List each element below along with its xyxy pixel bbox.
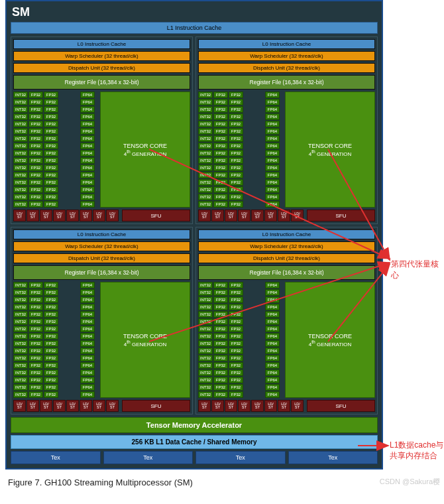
int32-core: INT32 [13, 172, 28, 178]
ldst-unit: LD/ST [80, 210, 92, 221]
int32-core: INT32 [13, 333, 28, 340]
execution-units-grid: INT32FP32FP32FP64TENSOR CORE4th GENERATI… [198, 282, 375, 398]
fp32-core: FP32 [28, 106, 43, 113]
fp32-core: FP32 [229, 340, 243, 347]
fp64-core: FP64 [80, 106, 95, 113]
int32-core: INT32 [198, 355, 213, 361]
fp32-core: FP32 [229, 289, 243, 296]
int32-core: INT32 [13, 186, 28, 193]
int32-core: INT32 [198, 289, 213, 296]
fp64-core: FP64 [80, 121, 95, 127]
fp32-core: FP32 [44, 99, 58, 105]
tensor-memory-accelerator: Tensor Memory Accelerator [11, 417, 378, 433]
int32-core: INT32 [13, 282, 28, 288]
int32-core: INT32 [198, 377, 213, 383]
int32-core: INT32 [13, 347, 28, 354]
fp32-core: FP32 [28, 121, 43, 127]
fp32-core: FP32 [213, 179, 228, 186]
fp64-core: FP64 [80, 186, 95, 193]
fp64-core: FP64 [265, 121, 280, 127]
int32-core: INT32 [13, 164, 28, 171]
fp64-core: FP64 [265, 113, 280, 120]
tensor-core: TENSOR CORE4th GENERATION [285, 92, 375, 208]
fp32-core: FP32 [44, 201, 58, 208]
int32-core: INT32 [13, 150, 28, 157]
dispatch-unit: Dispatch Unit (32 thread/clk) [198, 63, 375, 73]
int32-core: INT32 [13, 128, 28, 135]
warp-scheduler: Warp Scheduler (32 thread/clk) [198, 241, 375, 251]
ldst-unit: LD/ST [40, 400, 52, 412]
fp64-core: FP64 [80, 326, 95, 332]
int32-core: INT32 [198, 128, 213, 135]
fp32-core: FP32 [229, 121, 243, 127]
fp64-core: FP64 [80, 194, 95, 200]
annotation-tensor-core: 第四代张量核心 [391, 259, 444, 281]
ldst-unit: LD/ST [66, 400, 79, 412]
fp64-core: FP64 [80, 172, 95, 178]
fp32-core: FP32 [213, 113, 228, 120]
int32-core: INT32 [198, 172, 213, 178]
fp64-core: FP64 [80, 135, 95, 142]
fp32-core: FP32 [213, 92, 228, 98]
fp32-core: FP32 [44, 362, 58, 369]
int32-core: INT32 [13, 311, 28, 318]
fp32-core: FP32 [28, 304, 43, 310]
fp64-core: FP64 [80, 384, 95, 391]
int32-core: INT32 [198, 318, 213, 325]
tex-unit: Tex [195, 451, 286, 464]
ldst-unit: LD/ST [198, 400, 211, 412]
fp32-core: FP32 [213, 186, 228, 193]
fp32-core: FP32 [44, 128, 58, 135]
fp32-core: FP32 [213, 201, 228, 208]
tex-unit: Tex [288, 451, 378, 464]
int32-core: INT32 [198, 304, 213, 310]
fp64-core: FP64 [265, 333, 280, 340]
int32-core: INT32 [198, 143, 213, 149]
ldst-unit: LD/ST [93, 400, 105, 412]
ldst-unit: LD/ST [211, 400, 224, 412]
fp64-core: FP64 [265, 282, 280, 288]
fp32-core: FP32 [44, 92, 58, 98]
ldst-unit: LD/ST [93, 210, 105, 221]
fp64-core: FP64 [80, 391, 95, 398]
fp64-core: FP64 [265, 391, 280, 398]
fp32-core: FP32 [28, 92, 43, 98]
int32-core: INT32 [198, 186, 213, 193]
fp32-core: FP32 [28, 369, 43, 376]
fp64-core: FP64 [265, 340, 280, 347]
ldst-unit: LD/ST [80, 400, 92, 412]
fp32-core: FP32 [44, 369, 58, 376]
warp-scheduler: Warp Scheduler (32 thread/clk) [13, 241, 190, 251]
fp32-core: FP32 [213, 369, 228, 376]
fp32-core: FP32 [213, 347, 228, 354]
int32-core: INT32 [198, 121, 213, 127]
int32-core: INT32 [198, 164, 213, 171]
fp32-core: FP32 [213, 304, 228, 310]
int32-core: INT32 [13, 377, 28, 383]
ldst-unit: LD/ST [106, 400, 119, 412]
fp32-core: FP32 [229, 194, 243, 200]
fp32-core: FP32 [229, 391, 243, 398]
int32-core: INT32 [13, 194, 28, 200]
fp64-core: FP64 [80, 355, 95, 361]
ldst-unit: LD/ST [291, 400, 304, 412]
processing-partition: L0 Instruction CacheWarp Scheduler (32 t… [195, 227, 378, 414]
register-file: Register File (16,384 x 32-bit) [198, 265, 375, 280]
execution-units-grid: INT32FP32FP32FP64TENSOR CORE4th GENERATI… [13, 92, 190, 208]
ldst-unit: LD/ST [40, 210, 52, 221]
processing-partition: L0 Instruction CacheWarp Scheduler (32 t… [11, 36, 193, 224]
fp32-core: FP32 [213, 128, 228, 135]
fp32-core: FP32 [213, 384, 228, 391]
fp32-core: FP32 [28, 289, 43, 296]
fp32-core: FP32 [229, 135, 243, 142]
fp64-core: FP64 [265, 384, 280, 391]
ldst-row: LD/STLD/STLD/STLD/STLD/STLD/STLD/STLD/ST… [198, 400, 375, 412]
int32-core: INT32 [198, 99, 213, 105]
ldst-unit: LD/ST [264, 210, 277, 221]
fp64-core: FP64 [80, 333, 95, 340]
fp64-core: FP64 [80, 157, 95, 164]
fp32-core: FP32 [28, 377, 43, 383]
ldst-unit: LD/ST [225, 210, 237, 221]
processing-partition: L0 Instruction CacheWarp Scheduler (32 t… [11, 227, 193, 414]
fp32-core: FP32 [28, 201, 43, 208]
